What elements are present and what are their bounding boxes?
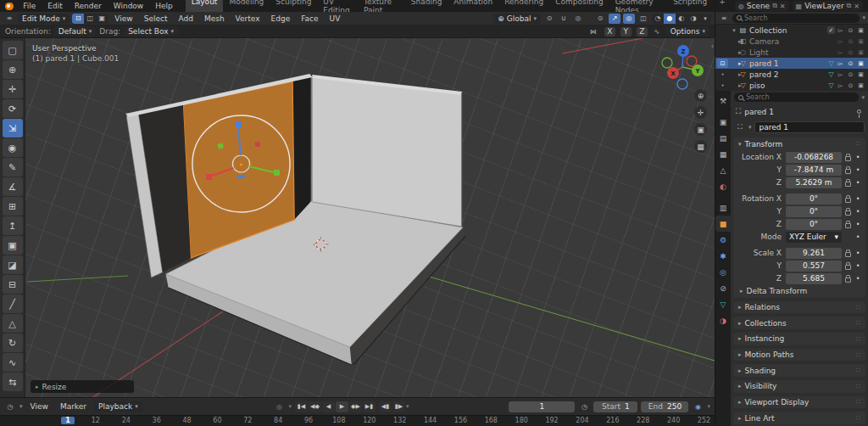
selectable-icon[interactable]: ▻ [836, 82, 845, 89]
scene-canvas[interactable] [25, 38, 715, 397]
lock-icon[interactable] [845, 252, 851, 257]
ruler-label[interactable]: 144 [420, 417, 441, 424]
properties-search[interactable] [734, 92, 859, 102]
close-icon[interactable]: ✕ [854, 3, 860, 10]
properties-tab-render[interactable]: ▣ [715, 114, 731, 130]
animate-dot[interactable]: • [854, 208, 862, 216]
add-cube-tool-icon[interactable]: ⊞ [3, 197, 23, 216]
lock-icon[interactable] [845, 223, 851, 228]
outliner-row-pared-1[interactable]: ⊡ ▸ ▽ pared 1 ▽ ▻ ⊙ ▣ [715, 58, 868, 69]
expander-icon[interactable]: ▾ [730, 27, 738, 34]
lock-icon[interactable] [845, 277, 851, 283]
material-shading-icon[interactable]: ◐ [676, 14, 687, 24]
render-camera-icon[interactable]: ▣ [856, 82, 865, 89]
render-camera-icon[interactable]: ▣ [856, 60, 865, 67]
eye-icon[interactable]: ⊙ [846, 82, 855, 89]
animate-dot[interactable]: • [854, 179, 862, 187]
scale-z-field[interactable]: 5.685 [786, 273, 842, 284]
section-visibility[interactable]: ▸Visibility∷ [733, 380, 865, 393]
properties-tab-material[interactable]: ◑ [715, 312, 731, 328]
eye-icon[interactable]: ⊙ [846, 71, 855, 78]
sidebar-collapse-icon[interactable]: ‹ [711, 42, 714, 50]
object-name-field[interactable]: pared 1 [754, 121, 865, 133]
mirror-x-toggle[interactable]: X [604, 27, 615, 36]
copy-icon[interactable]: ⧉ [847, 2, 852, 10]
ruler-label[interactable]: 48 [177, 417, 198, 424]
outliner-row-pared-2[interactable]: • ▸ ▽ pared 2 ▽ ▻ ⊙ ▣ [715, 69, 868, 80]
vertex-select-icon[interactable]: ⊡ [72, 14, 84, 24]
step-back-icon[interactable]: ◀▮ [379, 401, 392, 412]
stopwatch-icon[interactable]: ◷ [578, 401, 590, 412]
ruler-label[interactable]: 156 [450, 417, 470, 424]
rotation-y-field[interactable]: 0° [786, 206, 842, 217]
render-camera-icon[interactable]: ▣ [856, 27, 865, 34]
location-x-field[interactable]: -0.068268 [786, 152, 842, 163]
properties-tab-modifiers[interactable]: ⚙ [715, 232, 731, 248]
falloff-icon[interactable]: ∿ [651, 26, 663, 36]
proportional-edit-icon[interactable]: ◎ [572, 14, 584, 24]
ruler-label[interactable]: 216 [603, 417, 623, 424]
play-reverse-icon[interactable]: ◀ [322, 401, 335, 412]
lock-icon[interactable] [845, 182, 851, 187]
wireframe-shading-icon[interactable]: ◔ [652, 14, 664, 24]
eye-icon[interactable]: ⊙ [846, 49, 855, 56]
cursor-tool-icon[interactable]: ⊕ [3, 60, 23, 79]
ruler-label[interactable]: 168 [481, 417, 501, 424]
timeline-menu-marker[interactable]: Marker [56, 402, 91, 411]
menu-face[interactable]: Face [297, 14, 322, 23]
frame-end-field[interactable]: End250 [641, 401, 688, 412]
lock-icon[interactable] [845, 156, 851, 161]
outliner-row-collection[interactable]: ▾ ▤ Collection ✓ ▻ ⊙ ▣ [715, 25, 868, 36]
operator-panel-resize[interactable]: ▸ Resize [31, 380, 134, 393]
menu-window[interactable]: Window [109, 2, 148, 10]
eye-icon[interactable]: ⊙ [846, 38, 855, 45]
extrude-region-tool-icon[interactable]: ↥ [3, 216, 23, 235]
ruler-label[interactable]: 72 [237, 417, 258, 424]
step-forward-icon[interactable]: ▮▶ [392, 401, 405, 412]
menu-view[interactable]: View [110, 14, 136, 23]
animate-dot[interactable]: • [854, 249, 862, 257]
eye-icon[interactable]: ⊙ [846, 60, 855, 67]
section-line-art[interactable]: ▸Line Art∷ [733, 412, 865, 424]
menu-uv[interactable]: UV [326, 14, 345, 23]
lock-icon[interactable] [845, 210, 851, 216]
menu-help[interactable]: Help [151, 2, 177, 10]
scene-selector[interactable]: ◍ Scene ⧉ ✕ [735, 1, 789, 11]
scale-tool-icon[interactable]: ⇲ [3, 119, 23, 137]
outliner-row-light[interactable]: ▸ ○ Light ▻ ⊙ ▣ [715, 47, 868, 58]
editor-type-icon[interactable]: ≡ [3, 14, 15, 24]
lock-icon[interactable] [845, 265, 851, 270]
rotate-tool-icon[interactable]: ⟳ [3, 99, 23, 118]
inset-faces-tool-icon[interactable]: ▣ [3, 236, 23, 255]
edge-slide-tool-icon[interactable]: ⇆ [3, 373, 23, 391]
eye-icon[interactable]: ⊙ [846, 27, 855, 34]
visibility-icon[interactable]: ⊙ [594, 14, 606, 24]
properties-tab-physics[interactable]: ◎ [715, 264, 731, 280]
frame-start-field[interactable]: Start1 [593, 401, 637, 412]
ruler-label[interactable]: 180 [511, 417, 531, 424]
properties-tab-particles[interactable]: ✱ [715, 248, 731, 264]
section-delta-transform[interactable]: ▸ Delta Transform [733, 285, 865, 298]
edit-mode-icon[interactable]: ⊡ [717, 59, 728, 68]
prev-keyframe-icon[interactable]: ◀◆ [309, 401, 321, 412]
blender-logo-icon[interactable] [5, 3, 14, 10]
ruler-label[interactable]: 60 [207, 417, 227, 424]
rotation-mode-dropdown[interactable]: XYZ Euler▾ [786, 232, 842, 243]
ruler-label[interactable]: 204 [572, 417, 593, 424]
outliner-search[interactable] [732, 14, 860, 23]
animate-dot[interactable]: • [854, 233, 862, 241]
close-icon[interactable]: ✕ [780, 3, 786, 10]
next-keyframe-icon[interactable]: ◆▶ [349, 401, 362, 412]
keying-set-icon[interactable]: ◉ [692, 401, 704, 412]
section-collections[interactable]: ▸Collections∷ [733, 317, 865, 329]
render-camera-icon[interactable]: ▣ [856, 71, 865, 78]
orientation-dropdown[interactable]: Default▾ [54, 26, 96, 36]
location-z-field[interactable]: 5.2629 m [786, 177, 842, 188]
animate-dot[interactable]: • [854, 154, 862, 161]
ruler-label[interactable]: 240 [664, 417, 684, 424]
shading-dropdown-icon[interactable]: ▾ [699, 14, 711, 24]
edge-select-icon[interactable]: ◫ [84, 14, 96, 24]
section-motion-paths[interactable]: ▸Motion Paths∷ [733, 349, 865, 362]
selectable-icon[interactable]: ▻ [836, 71, 845, 78]
rotation-x-field[interactable]: 0° [786, 193, 842, 205]
